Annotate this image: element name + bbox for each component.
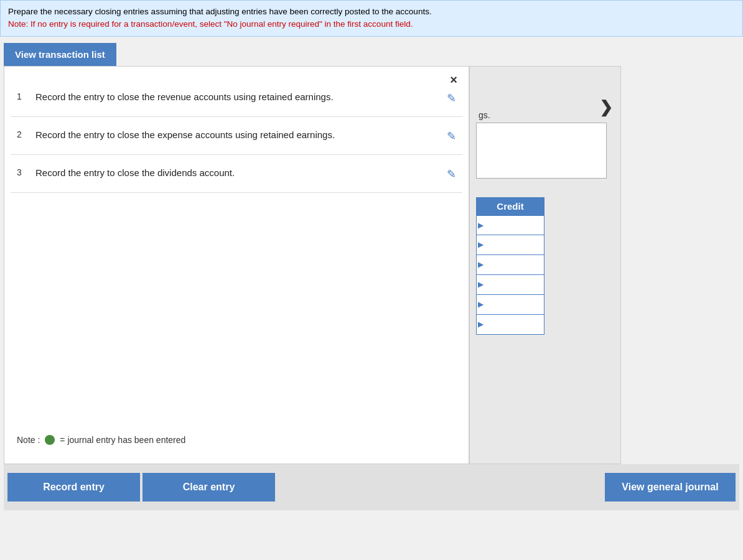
close-icon[interactable]: ×: [450, 73, 457, 87]
item-number-3: 3: [17, 167, 30, 177]
credit-inputs-container: ▶ ▶ ▶ ▶ ▶: [476, 215, 544, 335]
item-number-2: 2: [17, 129, 30, 139]
arrow-icon-6: ▶: [477, 320, 485, 329]
partial-text: gs.: [479, 110, 614, 120]
transaction-item-3: 3 Record the entry to close the dividend…: [11, 155, 462, 193]
edit-icon-2[interactable]: ✎: [447, 129, 456, 143]
credit-section: Credit ▶ ▶ ▶ ▶: [476, 197, 614, 335]
credit-header: Credit: [476, 197, 544, 215]
arrow-icon-4: ▶: [477, 280, 485, 289]
item-text-1: Record the entry to close the revenue ac…: [35, 90, 437, 105]
note-description: = journal entry has been entered: [60, 435, 185, 445]
credit-input-5[interactable]: [485, 295, 544, 314]
left-panel: × 1 Record the entry to close the revenu…: [4, 66, 469, 464]
note-section: Note : = journal entry has been entered: [11, 425, 192, 451]
bottom-buttons-bar: Record entry Clear entry View general jo…: [4, 464, 739, 510]
arrow-icon-5: ▶: [477, 300, 485, 309]
credit-row-6: ▶: [476, 315, 544, 335]
instruction-bar: Prepare the necessary closing entries as…: [0, 0, 743, 37]
credit-row-5: ▶: [476, 295, 544, 315]
credit-input-1[interactable]: [485, 216, 544, 235]
view-general-journal-button[interactable]: View general journal: [605, 473, 736, 502]
transaction-item-1: 1 Record the entry to close the revenue …: [11, 79, 462, 117]
arrow-icon-2: ▶: [477, 240, 485, 249]
credit-input-3[interactable]: [485, 255, 544, 274]
item-text-3: Record the entry to close the dividends …: [35, 166, 437, 180]
chevron-right-icon[interactable]: ❯: [599, 98, 613, 117]
credit-row-2: ▶: [476, 235, 544, 255]
content-wrapper: × 1 Record the entry to close the revenu…: [4, 66, 739, 464]
main-area: View transaction list × 1 Record the ent…: [0, 37, 743, 510]
item-number-1: 1: [17, 91, 30, 101]
item-text-2: Record the entry to close the expense ac…: [35, 128, 437, 142]
text-box-area[interactable]: [476, 123, 607, 179]
note-label: Note :: [17, 435, 40, 445]
clear-entry-button[interactable]: Clear entry: [143, 473, 275, 502]
green-dot-icon: [45, 435, 55, 445]
credit-row-3: ▶: [476, 255, 544, 275]
credit-input-6[interactable]: [485, 315, 544, 334]
transaction-item-2: 2 Record the entry to close the expense …: [11, 117, 462, 155]
arrow-icon-3: ▶: [477, 260, 485, 269]
credit-input-4[interactable]: [485, 275, 544, 294]
credit-input-2[interactable]: [485, 235, 544, 254]
instruction-warning: Note: If no entry is required for a tran…: [8, 19, 413, 29]
instruction-main: Prepare the necessary closing entries as…: [8, 7, 432, 16]
view-transaction-button[interactable]: View transaction list: [4, 43, 116, 66]
edit-icon-1[interactable]: ✎: [447, 91, 456, 105]
right-panel: ❯ gs. Credit ▶ ▶ ▶: [469, 66, 621, 464]
arrow-icon-1: ▶: [477, 221, 485, 230]
credit-row-4: ▶: [476, 275, 544, 295]
record-entry-button[interactable]: Record entry: [7, 473, 140, 502]
credit-row-1: ▶: [476, 215, 544, 235]
edit-icon-3[interactable]: ✎: [447, 167, 456, 181]
